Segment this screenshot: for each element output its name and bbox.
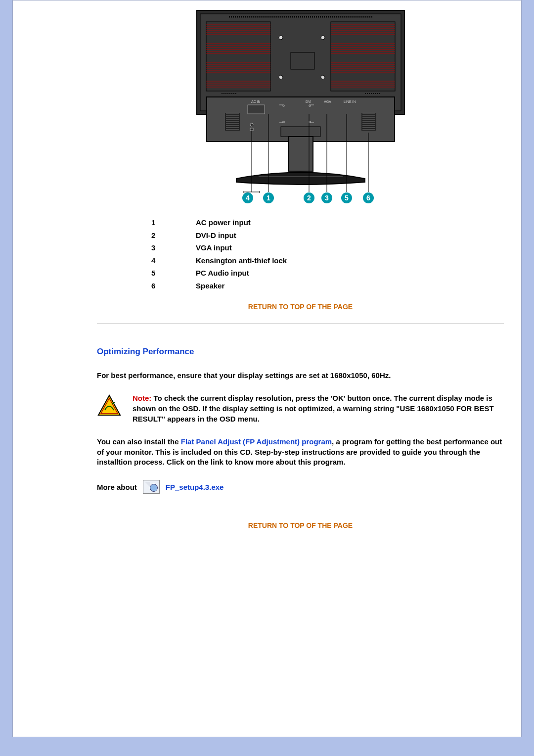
legend-row: 3 VGA input	[151, 241, 504, 254]
legend-label: Speaker	[196, 280, 224, 292]
legend-label: AC power input	[196, 216, 251, 229]
legend-num: 5	[151, 267, 196, 280]
note-label: Note:	[133, 394, 151, 402]
svg-point-51	[279, 75, 283, 79]
port-label-dvi: DVI	[306, 100, 312, 103]
svg-rect-3	[206, 22, 270, 91]
return-to-top-link[interactable]: RETURN TO TOP OF THE PAGE	[248, 521, 353, 529]
svg-rect-79	[250, 128, 253, 131]
legend-row: 4 Kensington anti-thief lock	[151, 254, 504, 267]
note-body: To check the current display resolution,…	[133, 394, 494, 423]
svg-text:1: 1	[267, 194, 270, 202]
svg-text:2: 2	[307, 194, 311, 202]
legend-num: 4	[151, 254, 196, 267]
legend-num: 6	[151, 280, 196, 292]
svg-rect-57	[248, 105, 265, 114]
divider	[97, 324, 504, 324]
port-label-acin: AC IN	[251, 100, 261, 103]
monitor-rear-diagram: AC IN DVI VGA LINE IN	[97, 8, 504, 207]
performance-text: For best performance, ensure that your d…	[97, 371, 504, 380]
return-to-top-link[interactable]: RETURN TO TOP OF THE PAGE	[248, 303, 353, 311]
section-title-optimizing: Optimizing Performance	[97, 347, 504, 357]
svg-text:5: 5	[345, 194, 349, 202]
legend-label: VGA input	[196, 241, 232, 254]
disc-icon	[143, 480, 160, 494]
more-about-label: More about	[97, 483, 137, 491]
legend-num: 2	[151, 229, 196, 242]
svg-text:3: 3	[325, 194, 329, 202]
warning-icon	[97, 393, 122, 418]
port-label-vga: VGA	[324, 100, 331, 103]
legend-row: 1 AC power input	[151, 216, 504, 229]
svg-rect-80	[281, 127, 320, 137]
svg-point-50	[321, 36, 325, 40]
svg-rect-4	[331, 22, 395, 91]
svg-rect-53	[291, 52, 314, 69]
fp-adjust-link[interactable]: Flat Panel Adjust (FP Adjustment) progra…	[181, 437, 332, 446]
port-label-linein: LINE IN	[344, 100, 356, 103]
svg-point-52	[321, 75, 325, 79]
port-legend: 1 AC power input 2 DVI-D input 3 VGA inp…	[151, 216, 504, 292]
fp-setup-exe-link[interactable]: FP_setup4.3.exe	[166, 483, 224, 491]
legend-label: Kensington anti-thief lock	[196, 254, 287, 267]
legend-row: 5 PC Audio input	[151, 267, 504, 280]
install-paragraph: You can also install the Flat Panel Adju…	[97, 437, 504, 467]
legend-label: PC Audio input	[196, 267, 249, 280]
note-text: Note: To check the current display resol…	[133, 393, 504, 424]
legend-row: 2 DVI-D input	[151, 229, 504, 242]
legend-label: DVI-D input	[196, 229, 236, 242]
svg-point-49	[279, 36, 283, 40]
legend-num: 1	[151, 216, 196, 229]
legend-row: 6 Speaker	[151, 280, 504, 292]
legend-num: 3	[151, 241, 196, 254]
svg-text:6: 6	[366, 194, 370, 202]
svg-point-78	[250, 123, 253, 126]
install-pre: You can also install the	[97, 437, 181, 446]
svg-text:4: 4	[246, 194, 250, 202]
